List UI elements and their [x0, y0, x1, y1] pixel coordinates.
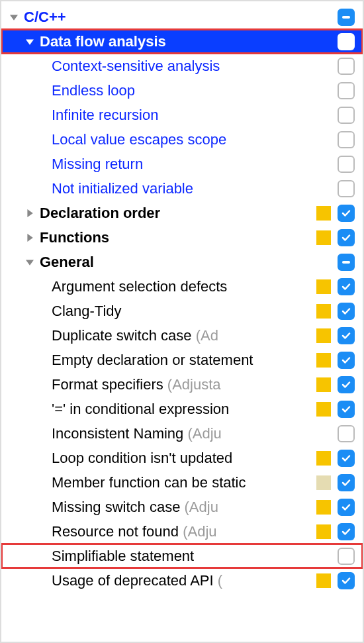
- severity-indicator: [316, 549, 331, 564]
- severity-indicator: [316, 451, 331, 466]
- checkbox-unchecked[interactable]: [338, 107, 355, 124]
- svg-marker-2: [27, 209, 32, 217]
- leaf-label: Simplifiable statement: [52, 548, 314, 565]
- tree-node-c-cpp[interactable]: C/C++: [1, 5, 363, 29]
- tree-leaf[interactable]: Clang-Tidy: [1, 299, 363, 323]
- indent: [40, 115, 52, 115]
- indent: [24, 556, 40, 556]
- indent: [8, 66, 24, 66]
- indent: [24, 360, 40, 360]
- indent: [40, 164, 52, 164]
- severity-indicator: [316, 279, 331, 294]
- svg-marker-0: [10, 15, 18, 20]
- tree-leaf[interactable]: Member function can be static: [1, 470, 363, 495]
- checkbox[interactable]: [338, 401, 355, 418]
- tree-leaf[interactable]: Format specifiers (Adjusta: [1, 372, 363, 397]
- tree-node-declaration-order[interactable]: Declaration order: [1, 201, 363, 225]
- tree-node-general[interactable]: General: [1, 250, 363, 274]
- indent: [24, 164, 40, 164]
- indent: [40, 188, 52, 189]
- leaf-label: Context-sensitive analysis: [52, 58, 338, 75]
- severity-indicator: [316, 304, 331, 319]
- checkbox-unchecked[interactable]: [338, 156, 355, 173]
- leaf-label: Argument selection defects: [52, 278, 314, 295]
- checkbox[interactable]: [338, 327, 355, 344]
- tree-leaf[interactable]: Local value escapes scope: [1, 127, 363, 152]
- leaf-label: Inconsistent Naming (Adju: [52, 425, 314, 442]
- indent: [8, 409, 24, 409]
- checkbox[interactable]: [338, 523, 355, 540]
- disclosure-right-icon: [24, 232, 36, 244]
- tree-node-data-flow-analysis[interactable]: Data flow analysis: [1, 29, 363, 54]
- checkbox-unchecked[interactable]: [338, 180, 355, 197]
- leaf-label: Endless loop: [52, 82, 338, 99]
- disclosure-down-icon: [8, 11, 20, 23]
- checkbox[interactable]: [338, 548, 355, 565]
- tree-leaf[interactable]: Not initialized variable: [1, 176, 363, 201]
- checkbox-unchecked[interactable]: [338, 131, 355, 148]
- indent: [24, 188, 40, 189]
- tree-leaf[interactable]: Context-sensitive analysis: [1, 54, 363, 78]
- tree-leaf[interactable]: Loop condition isn't updated: [1, 446, 363, 470]
- checkbox[interactable]: [338, 450, 355, 467]
- checkbox-unchecked[interactable]: [338, 82, 355, 99]
- indent: [8, 41, 24, 42]
- indent: [8, 556, 24, 556]
- indent: [40, 482, 52, 483]
- checkbox[interactable]: [338, 376, 355, 393]
- checkbox[interactable]: [338, 572, 355, 589]
- tree-leaf[interactable]: Missing return: [1, 152, 363, 176]
- tree-leaf[interactable]: '=' in conditional expression: [1, 397, 363, 421]
- indent: [40, 580, 52, 581]
- indent: [24, 409, 40, 409]
- tree-leaf[interactable]: Usage of deprecated API (: [1, 568, 363, 593]
- suffix-text: (: [218, 572, 222, 589]
- checkbox-unchecked[interactable]: [338, 33, 355, 50]
- checkbox[interactable]: [338, 474, 355, 491]
- indent: [24, 531, 40, 532]
- indent: [8, 580, 24, 581]
- indent: [24, 286, 40, 287]
- indent: [8, 384, 24, 385]
- indent: [8, 311, 24, 311]
- severity-indicator: [316, 524, 331, 539]
- tree-leaf[interactable]: Simplifiable statement: [1, 544, 363, 568]
- indent: [40, 360, 52, 360]
- severity-indicator: [316, 377, 331, 392]
- tree-leaf[interactable]: Duplicate switch case (Ad: [1, 323, 363, 348]
- checkbox-mixed[interactable]: [338, 9, 355, 26]
- severity-indicator: [316, 328, 331, 343]
- indent: [24, 66, 40, 66]
- tree-leaf[interactable]: Argument selection defects: [1, 274, 363, 299]
- leaf-label: Missing return: [52, 156, 338, 173]
- node-label: General: [40, 254, 338, 271]
- tree-leaf[interactable]: Missing switch case (Adju: [1, 495, 363, 519]
- leaf-label: '=' in conditional expression: [52, 401, 314, 418]
- checkbox[interactable]: [338, 425, 355, 442]
- tree-leaf[interactable]: Inconsistent Naming (Adju: [1, 421, 363, 446]
- tree-leaf[interactable]: Endless loop: [1, 78, 363, 103]
- indent: [40, 531, 52, 532]
- leaf-label: Member function can be static: [52, 474, 314, 491]
- indent: [24, 115, 40, 115]
- leaf-label: Resource not found (Adju: [52, 523, 314, 540]
- severity-indicator: [316, 402, 331, 417]
- tree-leaf[interactable]: Resource not found (Adju: [1, 519, 363, 544]
- checkbox[interactable]: [338, 499, 355, 516]
- checkbox-checked[interactable]: [338, 205, 355, 222]
- indent: [8, 360, 24, 360]
- checkbox-unchecked[interactable]: [338, 58, 355, 75]
- checkbox[interactable]: [338, 352, 355, 369]
- checkbox[interactable]: [338, 278, 355, 295]
- checkbox-mixed[interactable]: [338, 254, 355, 271]
- indent: [8, 482, 24, 483]
- severity-indicator: [316, 230, 331, 245]
- tree-node-functions[interactable]: Functions: [1, 225, 363, 250]
- tree-leaf[interactable]: Empty declaration or statement: [1, 348, 363, 372]
- tree-leaf[interactable]: Infinite recursion: [1, 103, 363, 127]
- checkbox[interactable]: [338, 303, 355, 320]
- node-label: Data flow analysis: [40, 33, 338, 50]
- indent: [8, 115, 24, 115]
- indent: [40, 335, 52, 336]
- checkbox-checked[interactable]: [338, 229, 355, 246]
